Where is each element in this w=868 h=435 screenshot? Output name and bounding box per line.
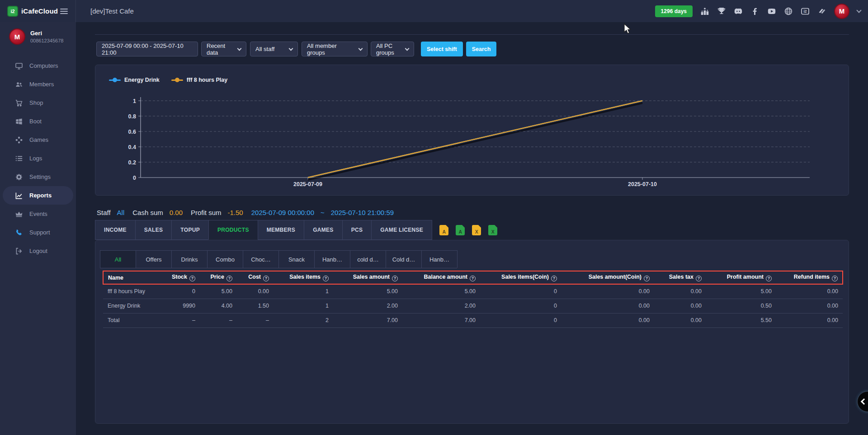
tab-pcs[interactable]: PCS [342,220,372,240]
staff-value[interactable]: All [117,209,125,216]
icafecloud-app-icon[interactable]: i2 [801,7,810,16]
category-tab-drinks[interactable]: Drinks [171,250,208,268]
pc-group-select[interactable]: All PC groups [371,42,414,56]
sidebar-item-reports[interactable]: Reports [3,186,73,205]
help-icon[interactable]: ? [263,276,269,281]
phone-icon [15,229,23,237]
tab-topup[interactable]: TOPUP [171,220,209,240]
export-excel-green-icon[interactable]: X [488,225,497,235]
user-avatar[interactable]: M [834,4,849,19]
sidebar-item-logs[interactable]: Logs [3,149,73,168]
help-icon[interactable]: ? [644,276,650,281]
cell-value: 5.00 [200,284,237,299]
cell-value: – [237,313,274,327]
cell-value: 0.00 [654,299,706,313]
tab-income[interactable]: INCOME [95,220,136,240]
category-tab-all[interactable]: All [100,250,136,268]
discord-icon[interactable] [734,7,743,16]
table-body: fff 8 hours Play05.000.0015.005.0000.000… [103,284,843,327]
sidebar-user-card[interactable]: M Geri 008612345678 [0,22,76,51]
sidebar-item-label: Logout [29,248,47,254]
category-tab-cold-d[interactable]: Cold d… [386,250,422,268]
cell-value: 1 [274,284,333,299]
category-tab-combo[interactable]: Combo [207,250,243,268]
staff-select[interactable]: All staff [250,42,298,56]
help-icon[interactable]: ? [323,276,329,281]
member-group-select[interactable]: All member groups [302,42,368,56]
export-pdf-green-icon[interactable]: A [456,225,465,235]
period-start: 2025-07-09 00:00:00 [251,209,314,216]
youtube-icon[interactable] [767,7,776,16]
table-row-total: Total–––27.007.0000.000.005.500.00 [103,313,843,327]
trophy-icon[interactable] [717,7,726,16]
cell-value: 4.00 [200,299,237,313]
chevron-down-icon[interactable] [856,8,861,13]
category-tab-hanb[interactable]: Hanb… [421,250,458,268]
cell-value: 9990 [157,299,200,313]
cash-sum-value: 0.00 [170,209,183,216]
help-icon[interactable]: ? [766,276,772,281]
help-icon[interactable]: ? [832,276,838,281]
leaderboard-icon[interactable] [700,7,709,16]
cell-value: 0.00 [776,284,843,299]
crown-icon [15,210,23,218]
cell-value: 2.00 [333,299,402,313]
tab-sales[interactable]: SALES [135,220,172,240]
brand-logo[interactable]: i2 iCafeCloud [7,6,58,17]
tab-products[interactable]: PRODUCTS [208,220,258,240]
header-actions: 1296 days i2 M [655,4,868,19]
sidebar-item-shop[interactable]: Shop [3,94,73,112]
svg-text:0.2: 0.2 [128,159,136,166]
sidebar-item-games[interactable]: Games [3,131,73,149]
category-tab-choc[interactable]: Choc… [243,250,279,268]
category-tab-hanb[interactable]: Hanb… [314,250,350,268]
cell-name: Energy Drink [103,299,157,313]
select-shift-button[interactable]: Select shift [421,42,463,56]
period-end: 2025-07-10 21:00:59 [331,209,394,216]
cell-value: 0.00 [561,313,654,327]
sidebar-item-logout[interactable]: Logout [3,242,73,260]
menu-toggle-icon[interactable] [59,7,69,15]
help-icon[interactable]: ? [226,276,232,281]
category-tab-snack[interactable]: Snack [278,250,315,268]
sidebar-item-boot[interactable]: Boot [3,112,73,131]
facebook-icon[interactable] [750,7,760,16]
help-icon[interactable]: ? [392,276,398,281]
list-icon [15,154,23,163]
chevron-down-icon [405,46,410,51]
sidebar-item-label: Shop [29,99,43,106]
sidebar-item-label: Boot [29,118,42,125]
cell-value: 1 [274,299,333,313]
period-tilde: ~ [321,209,325,216]
cell-value: 5.00 [333,284,402,299]
tab-game-license[interactable]: GAME LICENSE [371,220,432,240]
export-excel-yellow-icon[interactable]: X [472,225,481,235]
export-pdf-yellow-icon[interactable]: A [439,225,448,235]
layers-icon[interactable] [817,7,826,16]
category-tab-cold-d[interactable]: cold d… [350,250,386,268]
help-icon[interactable]: ? [551,276,557,281]
filter-bar: 2025-07-09 00:00 - 2025-07-10 21:00 Rece… [96,42,496,56]
sidebar-item-events[interactable]: Events [3,205,73,223]
help-icon[interactable]: ? [470,276,476,281]
table-row-energy-drink: Energy Drink99904.001.5012.002.0000.000.… [103,299,843,313]
cart-icon [15,99,23,107]
help-icon[interactable]: ? [696,276,702,281]
svg-text:1: 1 [133,98,136,104]
sidebar-item-members[interactable]: Members [3,75,73,94]
data-type-select[interactable]: Recent data [201,42,246,56]
sidebar-item-label: Members [29,81,54,88]
search-button[interactable]: Search [466,42,497,56]
sidebar-item-settings[interactable]: Settings [3,168,73,186]
date-range-input[interactable]: 2025-07-09 00:00 - 2025-07-10 21:00 [96,42,198,56]
help-icon[interactable]: ? [189,276,195,281]
globe-icon[interactable] [784,7,793,16]
tab-games[interactable]: GAMES [304,220,343,240]
sidebar-item-computers[interactable]: Computers [3,56,73,75]
sidebar-item-support[interactable]: Support [3,223,73,242]
tab-members[interactable]: MEMBERS [258,220,304,240]
header-brand-area: i2 iCafeCloud [0,0,76,22]
license-days-badge[interactable]: 1296 days [655,5,693,17]
category-tab-offers[interactable]: Offers [136,250,172,268]
games-icon [15,136,23,144]
